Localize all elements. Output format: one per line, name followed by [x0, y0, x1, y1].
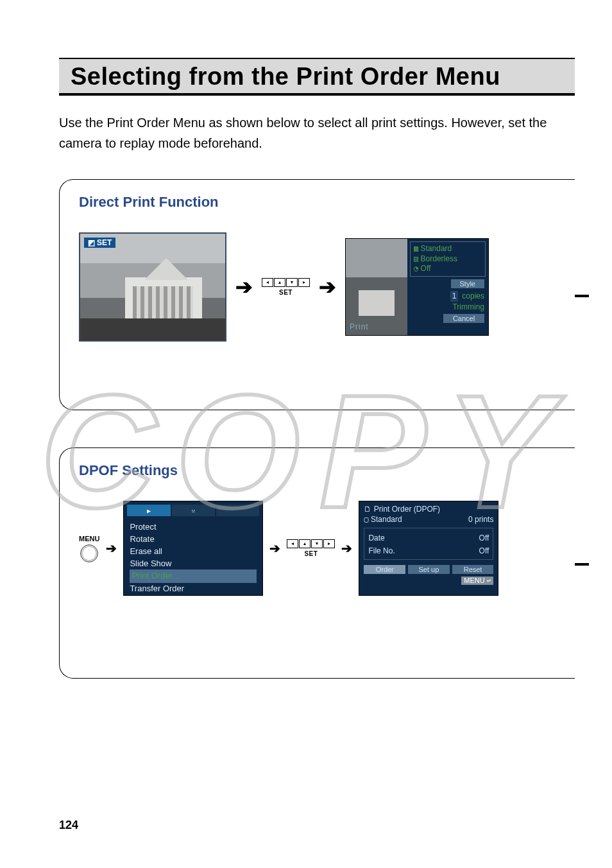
menu-button-graphic: MENU: [79, 535, 99, 562]
arrow-icon: ➔: [341, 541, 352, 556]
screen-off: Off: [421, 264, 431, 273]
screen-cancel-button[interactable]: Cancel: [443, 314, 484, 323]
dpof-setup-button[interactable]: Set up: [408, 565, 450, 574]
print-options-screen: Print ▦ Standard ▤ Borderless ◔ Off Styl…: [345, 238, 489, 336]
arrow-icon: ➔: [235, 275, 253, 299]
menu-button-circle: [80, 544, 98, 562]
tools-tab-icon[interactable]: ⚒: [172, 505, 215, 516]
screen-print-button[interactable]: Print: [350, 322, 369, 331]
connector-stub: [575, 295, 589, 297]
clock-icon: ◔: [414, 264, 418, 273]
page-number: 124: [59, 819, 78, 832]
return-icon: ↩: [487, 577, 491, 584]
stripe-icon: ▤: [414, 254, 418, 263]
dpof-screen: 🗋 Print Order (DPOF) ▢ Standard 0 prints…: [359, 501, 498, 596]
screen-copies-label: copies: [462, 291, 484, 300]
photo-columns: [133, 286, 193, 321]
screen-standard: Standard: [421, 244, 452, 253]
dpof-title: Print Order (DPOF): [374, 505, 440, 514]
direct-print-panel: Direct Print Function ◩ SET ➔ ◂▴▾▸ SET ➔: [59, 179, 575, 410]
screen-borderless: Borderless: [421, 254, 457, 263]
menu-item-protect[interactable]: Protect: [130, 521, 257, 534]
dpof-fileno-label: File No.: [368, 545, 395, 557]
dpof-date-value: Off: [479, 532, 489, 544]
screen-copies-count: 1: [450, 291, 459, 302]
screen-settings-box: ▦ Standard ▤ Borderless ◔ Off: [410, 241, 486, 277]
printer-icon: ◩: [88, 238, 95, 247]
menu-item-print-order[interactable]: Print Order…: [130, 569, 257, 583]
set-label: SET: [287, 550, 335, 557]
menu-item-erase-all[interactable]: Erase all: [130, 546, 257, 558]
dpof-settings-box: DateOff File No.Off: [364, 528, 493, 560]
set-label: SET: [262, 289, 310, 296]
page-icon: 🗋: [364, 505, 371, 514]
dpof-heading: DPOF Settings: [79, 462, 561, 479]
page-title: Selecting from the Print Order Menu: [71, 63, 563, 91]
dpof-fileno-value: Off: [479, 545, 489, 557]
dpof-standard-value: 0 prints: [468, 515, 493, 524]
menu-button-label: MENU: [79, 535, 99, 542]
arrow-icon: ➔: [106, 541, 117, 556]
menu-item-transfer-order[interactable]: Transfer Order: [130, 583, 257, 595]
play-tab-icon[interactable]: ▶: [127, 505, 170, 516]
grid-icon: ▦: [414, 244, 418, 253]
set-tag-overlay: ◩ SET: [84, 238, 115, 248]
screen-style-button[interactable]: Style: [451, 279, 484, 288]
dpof-order-button[interactable]: Order: [364, 565, 405, 574]
set-tag-label: SET: [97, 238, 112, 247]
dpof-reset-button[interactable]: Reset: [452, 565, 494, 574]
dpof-standard-label: Standard: [371, 515, 402, 524]
direct-print-heading: Direct Print Function: [79, 194, 561, 211]
dpof-settings-panel: DPOF Settings MENU ➔ ▶ ⚒ Protect Rotate …: [59, 447, 575, 679]
set-button-graphic: ◂▴▾▸ SET: [262, 278, 310, 296]
arrow-icon: ➔: [269, 541, 280, 556]
menu-item-slide-show[interactable]: Slide Show: [130, 558, 257, 570]
connector-stub: [575, 563, 589, 566]
dpof-date-label: Date: [368, 532, 384, 544]
set-button-graphic: ◂▴▾▸ SET: [287, 539, 335, 557]
dpof-menu-badge: MENU: [464, 577, 484, 584]
page-title-band: Selecting from the Print Order Menu: [59, 58, 575, 96]
photo-foreground: [80, 318, 225, 340]
arrow-icon: ➔: [319, 275, 336, 299]
user-tab-icon[interactable]: [216, 505, 259, 516]
intro-text: Use the Print Order Menu as shown below …: [59, 112, 575, 153]
play-menu-screen: ▶ ⚒ Protect Rotate Erase all Slide Show …: [123, 501, 263, 596]
menu-item-rotate[interactable]: Rotate: [130, 534, 257, 546]
camera-photo-preview: ◩ SET: [79, 232, 226, 342]
screen-trimming: Trimming: [407, 302, 484, 313]
